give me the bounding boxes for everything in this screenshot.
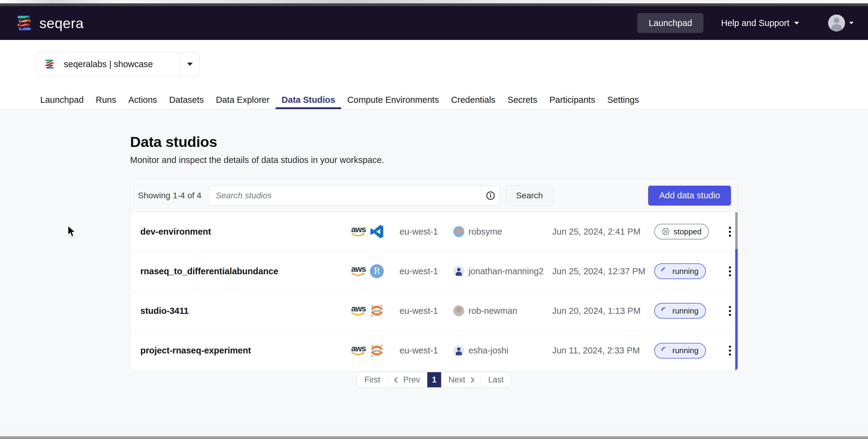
- svg-text:jupyter: jupyter: [372, 309, 382, 313]
- tab-secrets[interactable]: Secrets: [501, 91, 543, 109]
- studio-row[interactable]: rnaseq_to_differentialabundance aws R eu…: [130, 252, 738, 291]
- window-chrome-top: [0, 0, 868, 3]
- workspace-tabs: Launchpad Runs Actions Datasets Data Exp…: [0, 91, 868, 109]
- workspace-dropdown-toggle[interactable]: [180, 52, 199, 76]
- row-actions-menu[interactable]: [726, 303, 734, 319]
- brand-wordmark: seqera: [39, 15, 84, 31]
- search-input[interactable]: [208, 186, 481, 205]
- user-avatar-generic-icon: [453, 266, 464, 277]
- launchpad-button[interactable]: Launchpad: [637, 13, 704, 33]
- tab-compute-environments[interactable]: Compute Environments: [341, 91, 445, 109]
- user-name: robsyme: [468, 227, 502, 237]
- aws-icon: aws: [351, 305, 366, 316]
- main-content: Data studios Monitor and inspect the det…: [0, 109, 868, 436]
- window-chrome-bottom: [0, 436, 868, 439]
- workspace-selector[interactable]: seqeralabs | showcase: [36, 52, 199, 76]
- studio-date: Jun 11, 2024, 2:33 PM: [552, 346, 654, 355]
- tab-datasets[interactable]: Datasets: [163, 91, 210, 109]
- studio-user: esha-joshi: [453, 345, 552, 356]
- screen: seqera Launchpad Help and Support: [0, 0, 868, 439]
- compute-env-icons: aws jupyter: [351, 344, 400, 358]
- studio-status: running: [654, 303, 722, 319]
- studio-date: Jun 25, 2024, 12:37 PM: [552, 266, 654, 276]
- help-and-support-menu[interactable]: Help and Support: [721, 18, 799, 28]
- user-avatar-icon: [828, 14, 845, 31]
- help-label: Help and Support: [721, 18, 789, 28]
- compute-env-icons: aws R: [351, 264, 400, 278]
- studio-user: rob-newman: [453, 305, 552, 316]
- tab-actions[interactable]: Actions: [122, 91, 163, 109]
- status-badge-running: running: [654, 303, 706, 319]
- studio-name[interactable]: project-rnaseq-experiment: [130, 346, 351, 355]
- window-chrome-strip: [0, 3, 868, 6]
- chevron-down-icon: [794, 22, 799, 25]
- user-menu[interactable]: [828, 14, 854, 31]
- pagination-last[interactable]: Last: [480, 372, 511, 387]
- workspace-name: seqeralabs | showcase: [64, 59, 153, 69]
- row-actions-menu[interactable]: [726, 343, 734, 358]
- table-scrollbar[interactable]: [735, 212, 738, 370]
- user-avatar-photo: [453, 226, 464, 237]
- tab-credentials[interactable]: Credentials: [445, 91, 501, 109]
- status-badge-running: running: [654, 343, 706, 358]
- table-toolbar: Showing 1-4 of 4 Search Add data studio: [130, 179, 738, 212]
- page-title: Data studios: [130, 133, 217, 150]
- user-avatar-photo: [453, 305, 464, 316]
- search-button[interactable]: Search: [505, 186, 554, 206]
- user-name: esha-joshi: [468, 346, 508, 355]
- tab-data-explorer[interactable]: Data Explorer: [210, 91, 276, 109]
- pagination-first[interactable]: First: [357, 372, 388, 387]
- footer-divider: [0, 425, 868, 425]
- jupyter-icon: jupyter: [370, 344, 384, 358]
- studio-name[interactable]: dev-environment: [130, 227, 351, 237]
- rstudio-icon: R: [370, 264, 384, 278]
- status-badge-running: running: [654, 263, 706, 279]
- seqera-brand[interactable]: seqera: [15, 13, 84, 33]
- tab-launchpad[interactable]: Launchpad: [34, 91, 90, 109]
- compute-env-icons: aws jupyter: [351, 304, 400, 318]
- tab-participants[interactable]: Participants: [543, 91, 601, 109]
- studio-region: eu-west-1: [400, 306, 453, 316]
- status-badge-stopped: stopped: [654, 224, 709, 240]
- jupyter-icon: jupyter: [370, 304, 384, 318]
- pagination-current-page[interactable]: 1: [427, 372, 441, 387]
- studio-row[interactable]: studio-3411 aws jupyter eu-w: [130, 291, 738, 331]
- studio-user: jonathan-manning2: [453, 266, 552, 277]
- studio-region: eu-west-1: [400, 227, 453, 237]
- pagination: First Prev 1 Next Last: [357, 372, 512, 387]
- studios-table-card: Showing 1-4 of 4 Search Add data studio: [130, 179, 738, 370]
- tab-runs[interactable]: Runs: [90, 91, 123, 109]
- tab-settings[interactable]: Settings: [601, 91, 645, 109]
- top-navbar: seqera Launchpad Help and Support: [0, 6, 868, 40]
- tab-data-studios[interactable]: Data Studios: [276, 91, 341, 109]
- studio-user: robsyme: [453, 226, 552, 237]
- chevron-left-icon: [394, 377, 400, 382]
- chevron-right-icon: [469, 377, 474, 382]
- studio-row[interactable]: dev-environment aws eu-west-1 robsym: [130, 212, 738, 252]
- studio-region: eu-west-1: [400, 346, 453, 355]
- search-info[interactable]: [481, 186, 500, 205]
- pagination-prev[interactable]: Prev: [388, 372, 427, 387]
- workspace-logo-icon: [44, 58, 56, 70]
- info-icon: [486, 191, 495, 200]
- studio-name[interactable]: studio-3411: [130, 306, 351, 316]
- aws-icon: aws: [351, 226, 366, 237]
- scrollbar-thumb[interactable]: [735, 212, 738, 249]
- studio-date: Jun 20, 2024, 1:13 PM: [552, 306, 654, 316]
- user-name: jonathan-manning2: [468, 266, 544, 276]
- row-actions-menu[interactable]: [726, 263, 734, 279]
- user-name: rob-newman: [468, 306, 517, 316]
- add-data-studio-button[interactable]: Add data studio: [648, 186, 731, 206]
- row-actions-menu[interactable]: [726, 224, 734, 240]
- search-group: [208, 186, 500, 206]
- aws-icon: aws: [351, 345, 366, 356]
- pagination-next[interactable]: Next: [441, 372, 481, 387]
- spinner-icon: [660, 266, 670, 276]
- stopped-icon: [661, 227, 670, 236]
- page-subtitle: Monitor and inspect the details of data …: [130, 155, 384, 165]
- studio-row[interactable]: project-rnaseq-experiment aws jupyter: [130, 331, 738, 370]
- vscode-icon: [370, 225, 384, 239]
- studio-status: running: [654, 343, 722, 358]
- studio-name[interactable]: rnaseq_to_differentialabundance: [130, 266, 351, 276]
- studio-region: eu-west-1: [400, 266, 453, 276]
